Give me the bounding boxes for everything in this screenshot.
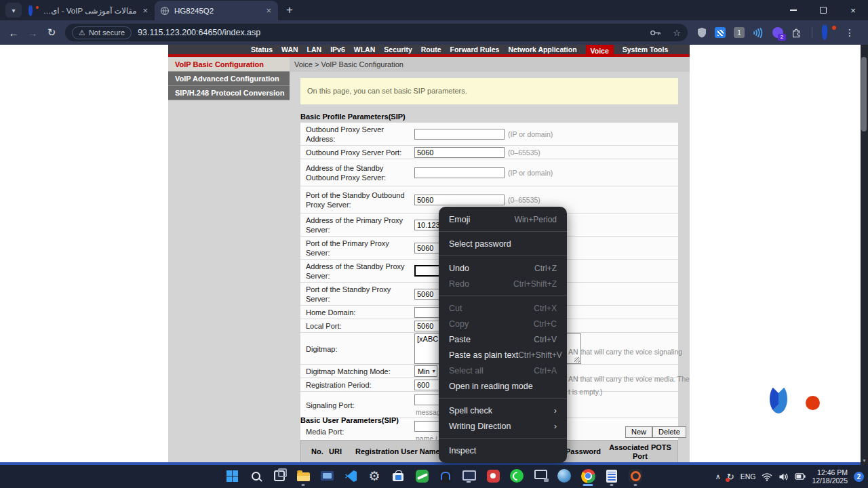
scrollbar-thumb[interactable] [861,57,867,131]
close-button[interactable]: × [838,0,868,20]
dark-spiral-app-icon[interactable] [437,468,454,484]
blue-sphere-app-icon[interactable] [556,468,572,484]
green-app-icon[interactable] [414,468,430,484]
text-input[interactable]: 5060 [414,195,505,205]
file-explorer-icon[interactable] [295,468,311,484]
menu-item-open-in-reading-mode[interactable]: Open in reading mode [439,378,567,394]
delete-button[interactable]: Delete [652,426,686,438]
sidebar: VoIP Basic ConfigurationVoIP Advanced Co… [168,58,290,100]
blue-extension-icon[interactable] [715,27,726,38]
nav-item-system-tools[interactable]: System Tools [623,45,669,54]
ms-store-icon[interactable] [390,468,406,484]
field-control: (IP or domain) [414,159,678,186]
remote-desktop-app-icon[interactable] [532,468,549,484]
gray-extension-icon[interactable]: 1 [734,27,745,38]
breadcrumb: Voice > VoIP Basic Configuration [294,57,403,72]
security-label: Not secure [89,28,125,37]
language-indicator[interactable]: ENG [741,472,756,481]
restore-button[interactable] [808,0,838,20]
media-app-icon[interactable] [319,468,335,484]
notes-app-icon[interactable] [604,468,620,484]
tab-close-icon[interactable]: × [264,6,273,15]
new-tab-button[interactable]: + [286,5,293,16]
sidebar-item-voip-basic-configuration[interactable]: VoIP Basic Configuration [168,58,290,72]
nav-item-network-application[interactable]: Network Application [508,45,576,54]
sound-extension-icon[interactable] [753,28,764,38]
nav-item-wlan[interactable]: WLAN [354,45,376,54]
select-input[interactable]: Min▾ [414,365,437,377]
page-scrollbar[interactable]: ▾ [861,45,868,465]
menu-item-undo[interactable]: UndoCtrl+Z [439,260,567,276]
menu-item-writing-direction[interactable]: Writing Direction› [439,418,567,434]
back-button[interactable]: ← [4,27,23,39]
settings-gear-icon[interactable]: ⚙ [366,468,382,484]
nav-item-route[interactable]: Route [421,45,441,54]
task-view-icon[interactable] [271,468,288,484]
bookmark-star-icon[interactable]: ☆ [673,28,681,38]
whatsapp-icon[interactable] [509,468,525,484]
menu-item-cut[interactable]: CutCtrl+X [439,300,567,316]
nav-item-forward-rules[interactable]: Forward Rules [450,45,499,54]
battery-icon[interactable] [795,473,806,480]
tab-router[interactable]: HG8245Q2 × [155,1,278,20]
field-hint: (IP or domain) [508,169,553,177]
tab-close-icon[interactable]: × [141,6,149,15]
nav-item-lan[interactable]: LAN [307,45,322,54]
sidebar-item-voip-advanced-configuration[interactable]: VoIP Advanced Configuration [168,72,290,86]
sync-status-icon[interactable]: ↻ [727,472,734,482]
red-app-icon[interactable] [485,468,501,484]
tab-search-button[interactable]: ▾ [5,3,22,18]
notification-badge[interactable]: 2 [854,472,864,482]
purple-extension-icon[interactable]: 2 [772,27,783,38]
sidebar-item-sip-h-248-protocol-conversion[interactable]: SIP/H.248 Protocol Conversion [168,86,290,100]
password-key-icon[interactable] [650,28,661,37]
page-viewport: StatusWANLANIPv6WLANSecurityRouteForward… [0,45,868,465]
new-button[interactable]: New [625,426,652,438]
menu-item-select-password[interactable]: Select password [439,236,567,251]
nav-item-status[interactable]: Status [251,45,273,54]
menu-separator [439,398,567,399]
vscode-icon[interactable] [342,468,359,484]
menu-item-inspect[interactable]: Inspect [439,443,567,458]
menu-item-redo[interactable]: RedoCtrl+Shift+Z [439,276,567,291]
scrollbar-down-arrow[interactable]: ▾ [861,458,868,464]
text-input[interactable]: 5060 [414,147,505,158]
field-label: Address of the Standby Outbound Proxy Se… [300,159,414,186]
forward-button[interactable]: → [23,27,42,39]
start-icon[interactable] [224,468,240,484]
browser-menu-icon[interactable]: ⋮ [845,27,854,38]
chrome-icon[interactable] [580,468,596,484]
resize-handle-icon [574,357,580,363]
menu-item-paste[interactable]: PasteCtrl+V [439,331,567,347]
profile-avatar[interactable] [822,26,835,39]
menu-item-select-all[interactable]: Select allCtrl+A [439,363,567,378]
menu-item-spell-check[interactable]: Spell check› [439,403,567,418]
volume-icon[interactable] [778,472,789,481]
nav-item-voice[interactable]: Voice [586,45,614,57]
reload-button[interactable]: ↻ [42,26,61,39]
submenu-arrow-icon: › [554,421,557,431]
pc-config-app-icon[interactable] [461,468,477,484]
not-secure-chip[interactable]: ⚠ Not secure [72,26,132,39]
extensions-puzzle-icon[interactable] [791,27,802,38]
chevron-down-icon: ▾ [433,368,435,374]
section-title-profile: Basic Profile Parameters(SIP) [300,113,406,121]
wifi-icon[interactable] [762,472,772,481]
tab-voip-articles[interactable]: مقالات آموزشی VoIP - ای کالر × [23,1,155,20]
nav-item-ipv6[interactable]: IPv6 [330,45,345,54]
nav-item-wan[interactable]: WAN [281,45,298,54]
text-input[interactable] [414,167,505,178]
minimize-button[interactable] [778,0,808,20]
recorder-app-icon[interactable] [627,468,644,484]
menu-item-copy[interactable]: CopyCtrl+C [439,316,567,331]
tab-title: مقالات آموزشی VoIP - ای کالر [43,6,136,16]
clock[interactable]: 12:46 PM 12/18/2025 [812,468,848,485]
nav-item-security[interactable]: Security [384,45,412,54]
search-icon[interactable] [248,468,264,484]
menu-item-emoji[interactable]: EmojiWin+Period [439,211,567,227]
address-bar[interactable]: ⚠ Not secure 93.115.123.200:64650/index.… [65,24,688,41]
shield-extension-icon[interactable] [697,27,707,38]
tray-chevron-icon[interactable]: ∧ [715,472,721,481]
menu-item-paste-as-plain-text[interactable]: Paste as plain textCtrl+Shift+V [439,347,567,363]
text-input[interactable] [414,129,505,140]
